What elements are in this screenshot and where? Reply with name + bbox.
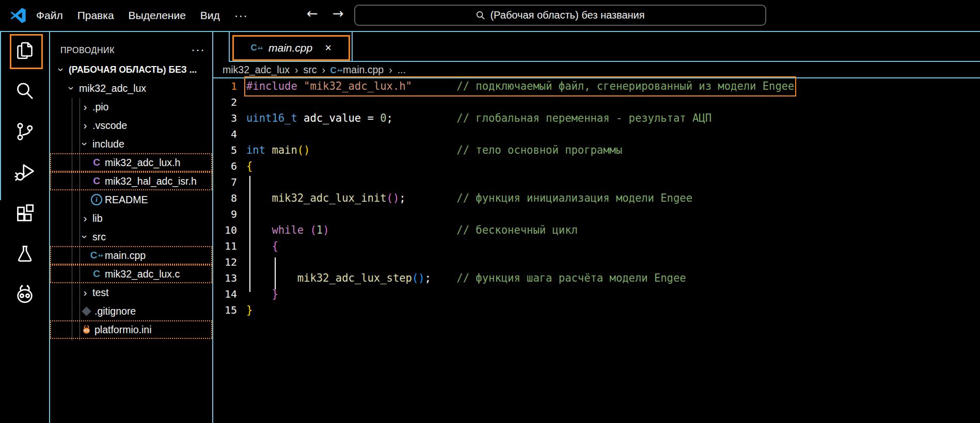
- chevron-down-icon: ›: [66, 82, 78, 94]
- title-bar: ФайлПравкаВыделениеВид··· ← → (Рабочая о…: [0, 0, 980, 32]
- cpp-file-icon: C++: [251, 43, 263, 53]
- tree-item-file-readme[interactable]: iREADME: [50, 190, 212, 209]
- tree-item-label: include: [92, 138, 124, 150]
- tree-item-label: .pio: [92, 101, 108, 113]
- menu-bar: ФайлПравкаВыделениеВид···: [29, 0, 255, 31]
- token-pl: [297, 112, 304, 124]
- tree-item-folder-vscode[interactable]: ›.vscode: [50, 116, 212, 135]
- code-line-content: while (1) // бесконечный цикл: [246, 222, 578, 238]
- token-pl: [246, 272, 297, 284]
- line-number: 6: [213, 158, 237, 174]
- code-line-content: mik32_adc_lux_init(); // функция инициал…: [246, 190, 692, 206]
- tree-item-label: README: [105, 194, 148, 206]
- breadcrumb-item[interactable]: src: [304, 64, 317, 76]
- token-pl: [310, 144, 456, 156]
- code-line: 4: [213, 126, 980, 142]
- tree-item-file-mik32-adc-lux-c[interactable]: Cmik32_adc_lux.c: [50, 265, 212, 283]
- line-number: 10: [213, 222, 237, 238]
- token-ty: uint16_t: [246, 112, 297, 124]
- code-line: 3uint16_t adc_value = 0; // глобальная п…: [213, 110, 980, 126]
- line-number: 13: [213, 270, 237, 286]
- tree-item-label: test: [92, 287, 108, 299]
- token-pl: [412, 80, 456, 92]
- chevron-down-icon: ›: [79, 231, 91, 243]
- tree-item-folder-test[interactable]: ›test: [50, 283, 212, 302]
- close-icon[interactable]: ×: [325, 41, 331, 55]
- tree-item-label: mik32_adc_lux: [79, 83, 146, 94]
- line-number: 11: [213, 238, 237, 254]
- source-control-icon[interactable]: [0, 117, 49, 147]
- menu-item[interactable]: Вид: [193, 9, 227, 22]
- info-circle: i: [91, 194, 102, 205]
- more-actions-button[interactable]: ···: [191, 42, 205, 57]
- token-pl: ;: [387, 112, 457, 124]
- breadcrumb-label: ...: [398, 64, 406, 75]
- tree-item-file-mik32-hal-adc-isr-h[interactable]: Cmik32_hal_adc_isr.h: [50, 172, 212, 190]
- tree-item-workspace-root[interactable]: ›(РАБОЧАЯ ОБЛАСТЬ) БЕЗ ...: [50, 60, 212, 79]
- tree-item-label: (РАБОЧАЯ ОБЛАСТЬ) БЕЗ ...: [69, 64, 197, 75]
- extensions-icon[interactable]: [0, 199, 49, 229]
- tree-item-file-mik32-adc-lux-h[interactable]: Cmik32_adc_lux.h: [50, 153, 212, 172]
- cpp-file-icon: C++: [330, 64, 343, 75]
- forward-arrow-icon[interactable]: →: [333, 6, 344, 21]
- token-pl: ;: [399, 192, 456, 204]
- token-pl: [297, 80, 304, 92]
- menu-item[interactable]: Выделение: [121, 9, 193, 22]
- chevron-down-icon: ›: [55, 63, 68, 76]
- token-fn: mik32_adc_lux_step: [297, 272, 412, 284]
- code-line: 11 {: [213, 238, 980, 254]
- code-line: 5int main() // тело основной программы: [213, 142, 980, 158]
- token-cm: // бесконечный цикл: [456, 224, 578, 236]
- explorer-title: ПРОВОДНИК: [60, 46, 115, 55]
- tree-item-folder-src[interactable]: ›src: [50, 227, 212, 246]
- tree-item-file-platformio-ini[interactable]: platformio.ini: [50, 320, 212, 339]
- cpp-icon: C++: [251, 43, 262, 53]
- line-number: 9: [213, 206, 237, 222]
- tree-item-folder-lib[interactable]: ›lib: [50, 209, 212, 227]
- menu-item[interactable]: Правка: [70, 9, 121, 22]
- line-number: 2: [213, 94, 237, 110]
- back-arrow-icon[interactable]: ←: [307, 6, 318, 21]
- tree-item-folder-include[interactable]: ›include: [50, 135, 212, 153]
- plus-plus: ++: [98, 253, 103, 258]
- code-line: 13 mik32_adc_lux_step(); // функция шага…: [213, 270, 980, 286]
- search-icon: [476, 10, 485, 20]
- testing-icon[interactable]: [0, 239, 49, 269]
- platformio-icon[interactable]: [0, 280, 49, 310]
- breadcrumb-item[interactable]: mik32_adc_lux: [223, 64, 290, 76]
- explorer-icon[interactable]: [0, 36, 49, 66]
- chevron-right-icon: ›: [79, 212, 91, 224]
- tab-label: main.cpp: [268, 42, 312, 54]
- tree-item-file-gitignore[interactable]: .gitignore: [50, 302, 212, 320]
- code-lines: 1#include "mik32_adc_lux.h" // подключае…: [213, 78, 980, 318]
- cpp-icon: C++: [330, 66, 342, 76]
- tab-main-cpp[interactable]: C++ main.cpp ×: [232, 35, 350, 61]
- tree-item-file-main-cpp[interactable]: C++main.cpp: [50, 246, 212, 265]
- token-cm: // глобальная переменная - результат АЦП: [456, 112, 712, 124]
- code-line: 15}: [213, 302, 980, 318]
- token-str: "mik32_adc_lux.h": [304, 80, 412, 92]
- token-pl: [246, 192, 272, 204]
- search-view-icon[interactable]: [0, 76, 49, 106]
- code-line-content: }: [246, 286, 278, 302]
- chevron-right-icon: ›: [79, 119, 91, 132]
- menu-item[interactable]: Файл: [29, 9, 70, 22]
- breadcrumb-item[interactable]: ...: [398, 64, 406, 76]
- code-line-content: {: [246, 238, 278, 254]
- tree-item-label: mik32_hal_adc_isr.h: [105, 175, 197, 187]
- code-line: 12: [213, 254, 980, 270]
- code-editor[interactable]: 1#include "mik32_adc_lux.h" // подключае…: [213, 78, 980, 423]
- command-center[interactable]: (Рабочая область) без названия: [354, 5, 766, 26]
- token-id: adc_value: [304, 112, 361, 124]
- run-debug-icon[interactable]: [0, 157, 49, 187]
- token-cm: // функция инициализация модели Engee: [456, 192, 692, 204]
- breadcrumb-item[interactable]: C++main.cpp: [330, 64, 384, 76]
- menu-overflow-icon[interactable]: ···: [227, 9, 255, 23]
- activity-bar: [0, 32, 49, 423]
- tree-item-folder-pio[interactable]: ›.pio: [50, 97, 212, 116]
- chevron-right-icon: ›: [79, 286, 91, 299]
- code-line: 1#include "mik32_adc_lux.h" // подключае…: [213, 78, 980, 94]
- tree-item-folder-mik32-adc-lux[interactable]: ›mik32_adc_lux: [50, 79, 212, 97]
- token-pl: [246, 240, 272, 252]
- token-pl: [304, 224, 310, 236]
